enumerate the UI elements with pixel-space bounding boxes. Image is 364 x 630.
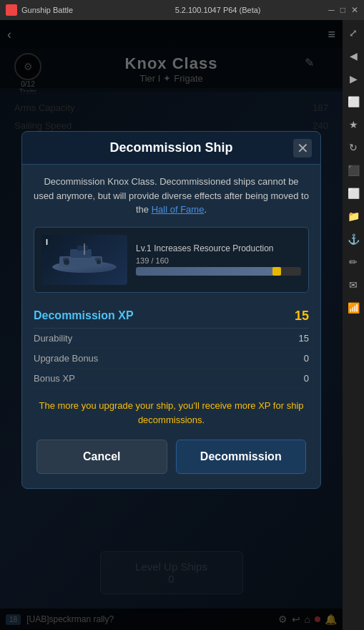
game-area: ‹ ≡ ⚙ 0/12 Traits Knox Class Tier I ✦ Fr… [0, 20, 343, 630]
modal-body: Decommission Knox Class. Decommissioned … [22, 165, 320, 474]
mail-icon[interactable]: ✉ [346, 278, 360, 292]
durability-value: 15 [299, 333, 309, 344]
maximize-icon[interactable]: □ [340, 5, 345, 15]
xp-label: 139 / 160 [136, 256, 301, 265]
bonus-xp-row: Bonus XP 0 [34, 369, 309, 389]
svg-point-7 [64, 259, 69, 265]
durability-row: Durability 15 [34, 329, 309, 349]
expand-icon[interactable]: ⤢ [346, 26, 360, 40]
anchor-icon[interactable]: ⚓ [346, 232, 360, 246]
upgrade-bonus-label: Upgrade Bonus [34, 353, 98, 364]
ship-level-text: Lv.1 Increases Resource Production [136, 243, 301, 253]
upgrade-bonus-value: 0 [304, 353, 309, 364]
modal-title: Decommission Ship [109, 140, 232, 155]
durability-label: Durability [34, 333, 72, 344]
ship-silhouette [49, 242, 120, 278]
hall-of-fame-link[interactable]: Hall of Fame [152, 204, 205, 215]
close-icon[interactable]: ✕ [351, 5, 358, 15]
svg-point-8 [97, 260, 101, 264]
decommission-xp-label: Decommission XP [34, 309, 134, 322]
cancel-button[interactable]: Cancel [36, 440, 167, 474]
volume-icon[interactable]: ◀ [346, 49, 360, 63]
bonus-xp-label: Bonus XP [34, 373, 75, 384]
title-bar: Gunship Battle 5.2.100.1047 P64 (Beta) ─… [0, 0, 364, 20]
refresh-icon[interactable]: ↻ [346, 140, 360, 155]
decommission-button[interactable]: Decommission [176, 440, 307, 474]
xp-bar-marker [272, 267, 281, 276]
bonus-xp-value: 0 [304, 373, 309, 384]
svg-rect-3 [77, 246, 88, 251]
xp-max: 160 [156, 256, 169, 265]
xp-bar-container [136, 267, 301, 276]
ship-icon[interactable]: ⬛ [346, 163, 360, 178]
xp-bar-fill [136, 267, 280, 276]
signal-icon[interactable]: 📶 [346, 301, 360, 315]
warning-text: The more you upgrade your ship, you'll r… [34, 399, 309, 429]
modal-description: Decommission Knox Class. Decommissioned … [34, 175, 309, 217]
modal-header: Decommission Ship ✕ [22, 132, 320, 165]
speaker-icon[interactable]: ▶ [346, 72, 360, 86]
folder-icon[interactable]: 📁 [346, 209, 360, 223]
app-icon [6, 4, 17, 16]
xp-current: 139 [136, 256, 149, 265]
star-icon[interactable]: ★ [346, 117, 360, 132]
map-icon[interactable]: ⬜ [346, 186, 360, 200]
decommission-xp-header: Decommission XP 15 [34, 303, 309, 329]
app-title: Gunship Battle [21, 6, 171, 14]
ship-preview-panel: I [34, 227, 309, 293]
decommission-xp-value: 15 [295, 309, 309, 324]
upgrade-bonus-row: Upgrade Bonus 0 [34, 349, 309, 369]
ship-image-container: I [41, 235, 127, 285]
modal-desc-period: . [204, 204, 207, 215]
app-version: 5.2.100.1047 P64 (Beta) [175, 6, 325, 14]
right-sidebar: ⤢ ◀ ▶ ⬜ ★ ↻ ⬛ ⬜ 📁 ⚓ ✏ ✉ 📶 [343, 20, 364, 630]
modal-buttons: Cancel Decommission [34, 440, 309, 474]
pencil-icon[interactable]: ✏ [346, 255, 360, 269]
modal-close-button[interactable]: ✕ [293, 139, 312, 158]
minimize-icon[interactable]: ─ [328, 5, 335, 15]
camera-icon[interactable]: ⬜ [346, 94, 360, 109]
decommission-modal: Decommission Ship ✕ Decommission Knox Cl… [21, 131, 321, 489]
ship-level-badge: I [46, 238, 48, 246]
window-controls: ─ □ ✕ [328, 5, 358, 15]
ship-info-right: Lv.1 Increases Resource Production 139 /… [136, 243, 301, 276]
